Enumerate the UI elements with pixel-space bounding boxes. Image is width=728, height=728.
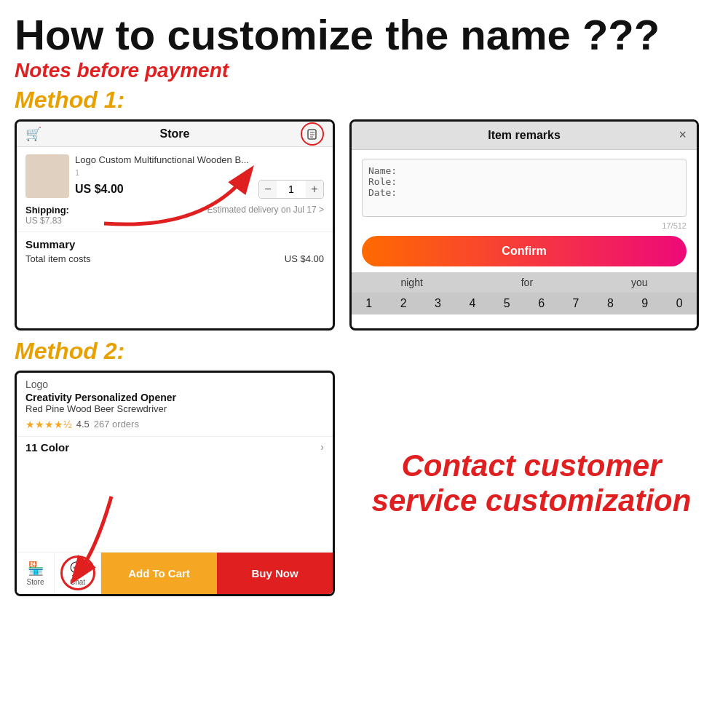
product-color-row[interactable]: 11 Color › — [17, 436, 333, 458]
arrow-method2 — [39, 489, 155, 584]
cart-item-details: Logo Custom Multifunctional Wooden B... … — [75, 154, 324, 199]
suggestion-for: for — [521, 277, 533, 288]
cart-shipping-label: Shipping: — [25, 205, 69, 215]
cart-panel: 🛒 Store Logo Custom Multifunctional Wood… — [15, 119, 335, 331]
contact-box: Contact customer service customization — [349, 371, 713, 596]
cart-total-label: Total item costs — [25, 253, 91, 264]
product-logo-text: Logo — [25, 379, 48, 390]
qty-minus[interactable]: − — [259, 181, 277, 198]
remarks-panel: Item remarks × Name: Role: Date: 17/512 … — [349, 119, 699, 331]
panels-row-top: 🛒 Store Logo Custom Multifunctional Wood… — [15, 119, 713, 331]
panels-row-bottom: Logo Creativity Personalized Opener Red … — [15, 371, 713, 596]
remarks-counter: 17/512 — [362, 221, 687, 230]
key-3[interactable]: 3 — [422, 297, 453, 310]
product-color-label: 11 Color — [25, 441, 69, 454]
cart-qty-row: US $4.00 − 1 + — [75, 180, 324, 199]
remarks-close-icon[interactable]: × — [678, 127, 687, 143]
suggestion-you: you — [631, 277, 648, 288]
product-sub-name: Red Pine Wood Beer Screwdriver — [17, 403, 333, 417]
buy-now-button[interactable]: Buy Now — [217, 553, 333, 594]
cart-item-row: Logo Custom Multifunctional Wooden B... … — [17, 147, 333, 202]
key-6[interactable]: 6 — [526, 297, 557, 310]
cart-total-row: Total item costs US $4.00 — [25, 253, 324, 264]
cart-shipping-row: Shipping: US $7.83 Estimated delivery on… — [17, 202, 333, 229]
cart-item-name: Logo Custom Multifunctional Wooden B... — [75, 154, 324, 165]
qty-value: 1 — [281, 183, 301, 195]
suggestion-night: night — [400, 277, 422, 288]
remarks-title: Item remarks — [488, 129, 561, 142]
key-0[interactable]: 0 — [664, 297, 695, 310]
method1-label: Method 1: — [15, 87, 713, 114]
contact-text: Contact customer service customization — [357, 448, 706, 519]
product-panel: Logo Creativity Personalized Opener Red … — [15, 371, 335, 596]
qty-plus[interactable]: + — [306, 181, 323, 198]
keyboard-suggestions: night for you — [352, 272, 697, 293]
cart-back-icon: 🛒 — [25, 126, 41, 142]
cart-summary-title: Summary — [25, 238, 324, 250]
keyboard-numbers: 1 2 3 4 5 6 7 8 9 0 — [352, 293, 697, 314]
product-rating-val: 4.5 — [76, 419, 90, 430]
key-7[interactable]: 7 — [561, 297, 591, 310]
key-5[interactable]: 5 — [491, 297, 522, 310]
page: How to customize the name ??? Notes befo… — [0, 0, 728, 728]
cart-shipping-price: US $7.83 — [25, 215, 69, 226]
cart-edit-icon[interactable] — [301, 122, 324, 146]
cart-header: 🛒 Store — [17, 122, 333, 147]
main-title: How to customize the name ??? — [15, 13, 713, 58]
product-orders: 267 orders — [94, 419, 139, 430]
cart-summary: Summary Total item costs US $4.00 — [17, 235, 333, 267]
product-color-arrow: › — [320, 441, 324, 453]
remarks-body: Name: Role: Date: 17/512 Confirm — [352, 150, 697, 266]
cart-item-size: 1 — [75, 168, 324, 177]
key-4[interactable]: 4 — [457, 297, 488, 310]
confirm-button[interactable]: Confirm — [362, 236, 687, 266]
remarks-textarea[interactable]: Name: Role: Date: — [362, 159, 687, 217]
cart-shipping-est: Estimated delivery on Jul 17 > — [207, 205, 324, 215]
product-rating-row: ★★★★½ 4.5 267 orders — [17, 417, 333, 433]
cart-item-price: US $4.00 — [75, 183, 124, 196]
notes-text: Notes before payment — [15, 59, 713, 82]
key-2[interactable]: 2 — [388, 297, 419, 310]
product-main-name: Creativity Personalized Opener — [17, 392, 333, 403]
key-8[interactable]: 8 — [595, 297, 625, 310]
product-stars: ★★★★½ — [25, 419, 72, 430]
qty-control[interactable]: − 1 + — [258, 180, 324, 199]
remarks-header: Item remarks × — [352, 122, 697, 150]
product-logo-row: Logo — [17, 373, 333, 392]
cart-item-image — [25, 154, 69, 198]
cart-header-title: Store — [160, 127, 190, 141]
key-9[interactable]: 9 — [630, 297, 660, 310]
cart-total-val: US $4.00 — [285, 253, 324, 264]
method2-label: Method 2: — [15, 338, 713, 365]
key-1[interactable]: 1 — [354, 297, 384, 310]
